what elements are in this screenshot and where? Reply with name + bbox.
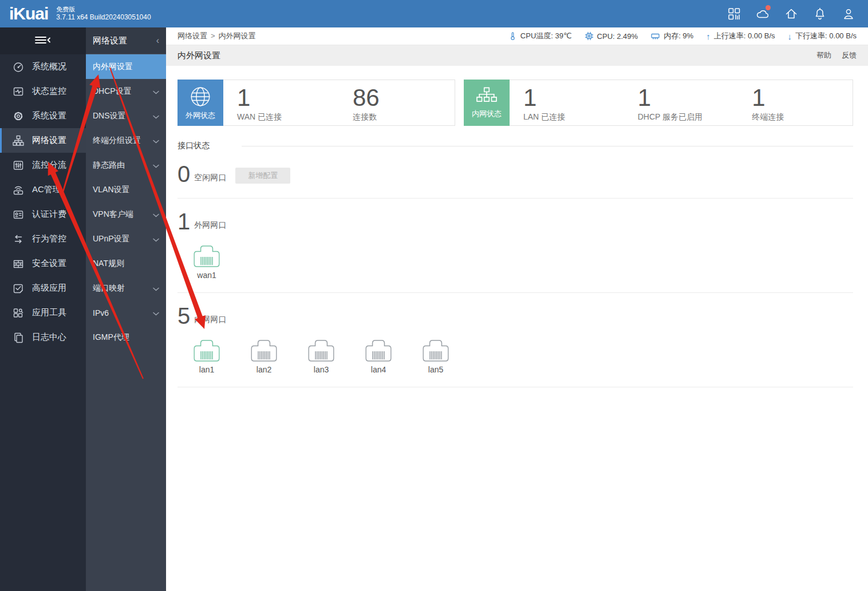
dhcp-enabled-metric: 1 DHCP 服务已启用 <box>624 85 739 122</box>
submenu-item-nat-rules[interactable]: NAT规则 <box>86 251 166 276</box>
port-lan4[interactable]: lan4 <box>365 340 392 374</box>
sidebar-item-label: 状态监控 <box>32 86 66 97</box>
chevron-down-icon <box>153 136 159 146</box>
submenu-item-label: NAT规则 <box>93 259 159 269</box>
interface-status-section: 接口状态 <box>177 141 853 151</box>
metric-value: 1 <box>752 85 853 110</box>
port-wan1[interactable]: wan1 <box>194 245 220 280</box>
port-name: lan3 <box>308 365 334 374</box>
page-title: 内外网设置 <box>177 50 220 61</box>
build-label: 3.7.11 x64 Build202403051040 <box>56 13 151 22</box>
port-lan3[interactable]: lan3 <box>308 340 334 374</box>
sidebar-item-security-settings[interactable]: 安全设置 <box>0 251 86 276</box>
breadcrumb-page: 内外网设置 <box>219 31 256 40</box>
help-link[interactable]: 帮助 <box>816 50 831 61</box>
submenu-item-label: UPnP设置 <box>93 234 153 244</box>
submenu-item-label: IPv6 <box>93 308 153 318</box>
sidebar-item-behavior-control[interactable]: 行为管控 <box>0 227 86 251</box>
section-rule <box>242 146 853 146</box>
cpu-temp-stat: CPU温度: 39℃ <box>508 31 572 41</box>
gear-icon <box>13 110 24 122</box>
sidebar-item-system-overview[interactable]: 系统概况 <box>0 54 86 79</box>
sidebar-item-network-settings[interactable]: 网络设置 <box>0 128 86 153</box>
version-info: 免费版 3.7.11 x64 Build202403051040 <box>56 6 151 22</box>
wan-port-label: 外网网口 <box>194 220 226 231</box>
submenu-item-static-routes[interactable]: 静态路由 <box>86 153 166 177</box>
metric-label: 终端连接 <box>752 112 853 122</box>
port-lan2[interactable]: lan2 <box>251 340 277 374</box>
card-tab-label: 内网状态 <box>472 109 502 119</box>
sidebar-item-system-settings[interactable]: 系统设置 <box>0 104 86 128</box>
ethernet-port-icon <box>194 245 220 267</box>
wifi-icon <box>13 184 24 196</box>
sidebar-item-status-monitor[interactable]: 状态监控 <box>0 79 86 104</box>
lan-port-count: 5 <box>177 304 190 327</box>
lan-status-card: 内网状态 1 LAN 已连接 1 DHCP 服务已启用 1 终端连接 <box>464 80 853 126</box>
submenu-header: 网络设置 ‹ <box>86 27 166 54</box>
user-icon[interactable] <box>842 7 855 21</box>
metric-label: 连接数 <box>353 112 455 122</box>
chevron-down-icon <box>153 308 159 318</box>
port-lan5[interactable]: lan5 <box>423 340 449 374</box>
port-lan1[interactable]: lan1 <box>194 340 220 374</box>
lan-status-tab[interactable]: 内网状态 <box>464 80 510 126</box>
breadcrumb-section[interactable]: 网络设置 <box>177 31 207 40</box>
notification-badge <box>766 5 771 10</box>
submenu-item-port-mapping[interactable]: 端口映射 <box>86 276 166 300</box>
submenu-item-vlan-settings[interactable]: VLAN设置 <box>86 177 166 202</box>
metric-label: DHCP 服务已启用 <box>638 112 739 122</box>
card-tab-label: 外网状态 <box>186 110 215 121</box>
submenu-item-vpn-client[interactable]: VPN客户端 <box>86 202 166 227</box>
submenu-item-label: DHCP设置 <box>93 86 153 97</box>
divider <box>177 198 853 199</box>
submenu-item-ipv6[interactable]: IPv6 <box>86 300 166 325</box>
chevron-left-icon[interactable]: ‹ <box>156 35 159 46</box>
breadcrumb-bar: 网络设置>内外网设置 CPU温度: 39℃ CPU: 2.49% 内存: 9% … <box>166 27 868 45</box>
cpu-chip-icon <box>585 31 594 41</box>
lan-tree-icon <box>476 87 498 106</box>
connection-count-metric: 86 连接数 <box>339 85 455 122</box>
sidebar-item-auth-billing[interactable]: 认证计费 <box>0 202 86 227</box>
logs-icon <box>13 332 24 343</box>
submenu-item-dhcp-settings[interactable]: DHCP设置 <box>86 79 166 104</box>
metric-label: WAN 已连接 <box>237 112 339 122</box>
down-arrow-icon: ↓ <box>788 32 792 41</box>
cloud-icon[interactable] <box>756 7 770 21</box>
lan-connected-metric: 1 LAN 已连接 <box>510 85 624 122</box>
breadcrumb: 网络设置>内外网设置 <box>177 31 256 41</box>
add-config-button[interactable]: 新增配置 <box>235 168 290 184</box>
home-icon[interactable] <box>784 7 798 21</box>
submenu-item-igmp-proxy[interactable]: IGMP代理 <box>86 325 166 350</box>
bell-icon[interactable] <box>813 7 827 21</box>
sidebar-item-log-center[interactable]: 日志中心 <box>0 325 86 350</box>
sidebar-collapse-button[interactable] <box>0 27 86 54</box>
page-title-bar: 内外网设置 帮助 反馈 <box>166 45 868 66</box>
sidebar-item-advanced-apps[interactable]: 高级应用 <box>0 276 86 300</box>
main-sidebar: 系统概况 状态监控 系统设置 网络设置 流控分流 AC管理 认证计费 行为管控 … <box>0 27 86 591</box>
ethernet-port-icon <box>308 340 334 362</box>
wan-status-tab[interactable]: 外网状态 <box>177 80 223 126</box>
chevron-down-icon <box>153 209 159 220</box>
sidebar-item-label: 日志中心 <box>32 332 66 343</box>
submenu-item-wan-lan-settings[interactable]: 内外网设置 <box>86 54 166 79</box>
sidebar-item-label: 网络设置 <box>32 135 66 146</box>
sidebar-item-ac-management[interactable]: AC管理 <box>0 177 86 202</box>
ethernet-port-icon <box>194 340 220 362</box>
sidebar-item-flow-control[interactable]: 流控分流 <box>0 153 86 177</box>
submenu-item-label: 终端分组设置 <box>93 136 153 146</box>
apps-grid-icon[interactable] <box>727 7 741 21</box>
upload-rate-stat: ↑ 上行速率: 0.00 B/s <box>706 31 775 41</box>
chevron-down-icon <box>153 86 159 97</box>
submenu-item-dns-settings[interactable]: DNS设置 <box>86 104 166 128</box>
submenu-item-label: 静态路由 <box>93 160 153 170</box>
lan-card-body: 1 LAN 已连接 1 DHCP 服务已启用 1 终端连接 <box>510 80 853 126</box>
sidebar-item-app-tools[interactable]: 应用工具 <box>0 300 86 325</box>
submenu-item-terminal-grouping[interactable]: 终端分组设置 <box>86 128 166 153</box>
system-stats: CPU温度: 39℃ CPU: 2.49% 内存: 9% ↑ 上行速率: 0.0… <box>508 31 857 41</box>
submenu-item-label: VPN客户端 <box>93 209 153 220</box>
port-name: lan5 <box>423 365 449 374</box>
wan-card-body: 1 WAN 已连接 86 连接数 <box>223 80 455 126</box>
feedback-link[interactable]: 反馈 <box>842 50 857 61</box>
submenu-item-upnp-settings[interactable]: UPnP设置 <box>86 227 166 251</box>
metric-value: 86 <box>353 85 455 110</box>
